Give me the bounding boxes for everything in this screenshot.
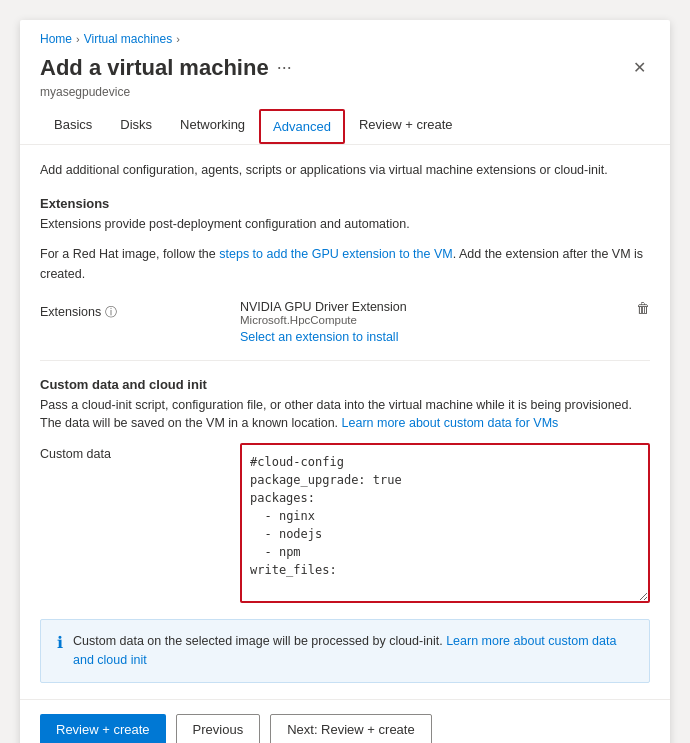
close-icon[interactable]: ✕ (629, 54, 650, 81)
extensions-info: For a Red Hat image, follow the steps to… (40, 244, 650, 284)
next-button[interactable]: Next: Review + create (270, 714, 432, 744)
extensions-info-icon[interactable]: ⓘ (105, 304, 117, 321)
content-description: Add additional configuration, agents, sc… (40, 161, 650, 180)
custom-data-desc: Pass a cloud-init script, configuration … (40, 396, 650, 434)
extension-sub: Microsoft.HpcCompute (240, 314, 407, 326)
info-banner-text: Custom data on the selected image will b… (73, 632, 633, 670)
extension-name: NVIDIA GPU Driver Extension (240, 300, 407, 314)
extension-details: NVIDIA GPU Driver Extension Microsoft.Hp… (240, 300, 407, 344)
tab-disks[interactable]: Disks (106, 107, 166, 144)
extensions-field-value: NVIDIA GPU Driver Extension Microsoft.Hp… (240, 300, 650, 344)
previous-button[interactable]: Previous (176, 714, 261, 744)
tabs-bar: Basics Disks Networking Advanced Review … (20, 107, 670, 145)
breadcrumb-chevron-2: › (176, 33, 180, 45)
extensions-field-label: Extensions ⓘ (40, 300, 240, 321)
content-area: Add additional configuration, agents, sc… (20, 145, 670, 699)
more-options-icon[interactable]: ··· (277, 57, 292, 78)
learn-more-custom-data-link[interactable]: Learn more about custom data for VMs (342, 416, 559, 430)
custom-data-title: Custom data and cloud init (40, 377, 650, 392)
delete-extension-icon[interactable]: 🗑 (636, 300, 650, 316)
subtitle: myasegpudevice (20, 85, 670, 107)
gpu-extension-link[interactable]: steps to add the GPU extension to the VM (219, 247, 452, 261)
tab-advanced[interactable]: Advanced (259, 109, 345, 144)
panel: Home › Virtual machines › Add a virtual … (20, 20, 670, 743)
tab-basics[interactable]: Basics (40, 107, 106, 144)
page-title: Add a virtual machine (40, 55, 269, 81)
section-divider (40, 360, 650, 361)
extension-row: NVIDIA GPU Driver Extension Microsoft.Hp… (240, 300, 650, 344)
info-banner-icon: ℹ (57, 633, 63, 652)
header-left: Add a virtual machine ··· (40, 55, 292, 81)
select-extension-link[interactable]: Select an extension to install (240, 330, 407, 344)
breadcrumb: Home › Virtual machines › (20, 20, 670, 50)
custom-data-label: Custom data (40, 443, 240, 461)
tab-networking[interactable]: Networking (166, 107, 259, 144)
extensions-section: Extensions Extensions provide post-deplo… (40, 196, 650, 344)
extensions-title: Extensions (40, 196, 650, 211)
custom-data-row: Custom data #cloud-config package_upgrad… (40, 443, 650, 603)
tab-review-create[interactable]: Review + create (345, 107, 467, 144)
footer: Review + create Previous Next: Review + … (20, 699, 670, 744)
info-banner: ℹ Custom data on the selected image will… (40, 619, 650, 683)
breadcrumb-chevron-1: › (76, 33, 80, 45)
extensions-info-before: For a Red Hat image, follow the (40, 247, 219, 261)
review-create-button[interactable]: Review + create (40, 714, 166, 744)
breadcrumb-home[interactable]: Home (40, 32, 72, 46)
extensions-field-row: Extensions ⓘ NVIDIA GPU Driver Extension… (40, 300, 650, 344)
custom-data-input[interactable]: #cloud-config package_upgrade: true pack… (240, 443, 650, 603)
header: Add a virtual machine ··· ✕ (20, 50, 670, 85)
custom-data-section: Custom data and cloud init Pass a cloud-… (40, 377, 650, 604)
breadcrumb-vms[interactable]: Virtual machines (84, 32, 173, 46)
extensions-desc: Extensions provide post-deployment confi… (40, 215, 650, 234)
